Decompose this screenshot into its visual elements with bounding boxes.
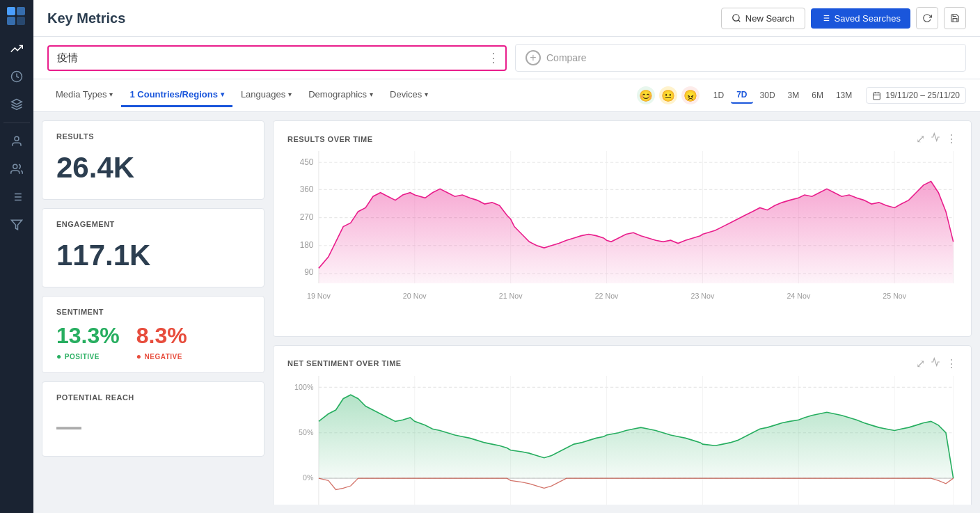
results-value: 26.4K	[56, 148, 250, 188]
positive-sentiment-filter[interactable]: 😊	[637, 86, 655, 104]
negative-sentiment-filter[interactable]: 😠	[681, 86, 700, 104]
time-7d[interactable]: 7D	[731, 87, 752, 104]
svg-text:180: 180	[300, 240, 314, 250]
svg-text:22 Nov: 22 Nov	[595, 292, 619, 300]
svg-marker-5	[12, 100, 22, 105]
header: Key Metrics New Search Saved Searc	[33, 0, 980, 37]
positive-label: ● POSITIVE	[56, 352, 120, 361]
chart-actions-sentiment: ⤢ ⋮	[916, 357, 957, 370]
save-icon	[950, 13, 960, 23]
expand-chart-icon[interactable]: ⤢	[916, 132, 925, 145]
left-column: RESULTS 26.4K ENGAGEMENT 117.1K SENTIMEN…	[42, 120, 264, 505]
main-content: Key Metrics New Search Saved Searc	[33, 0, 980, 513]
new-search-button[interactable]: New Search	[721, 8, 805, 29]
time-30d[interactable]: 30D	[754, 88, 781, 103]
filter-demographics[interactable]: Demographics ▾	[300, 84, 381, 107]
time-3m[interactable]: 3M	[782, 88, 805, 103]
neutral-sentiment-filter[interactable]: 😐	[659, 86, 677, 104]
right-column: RESULTS OVER TIME ⤢ ⋮	[273, 120, 972, 505]
compare-button[interactable]: + Compare	[515, 44, 966, 72]
sidebar-item-filter[interactable]	[4, 212, 29, 237]
time-13m[interactable]: 13M	[830, 88, 858, 103]
sentiment-chart-type-icon[interactable]	[931, 357, 940, 370]
positive-metric: 13.3% ● POSITIVE	[56, 323, 120, 361]
chart-header-sentiment: NET SENTIMENT OVER TIME ⤢ ⋮	[287, 357, 957, 370]
negative-metric: 8.3% ● NEGATIVE	[136, 323, 187, 361]
search-bar-area: ⋮ + Compare	[33, 37, 980, 79]
search-icon	[732, 13, 741, 23]
chart-header-results: RESULTS OVER TIME ⤢ ⋮	[287, 132, 957, 145]
svg-text:0%: 0%	[303, 473, 314, 482]
filter-devices[interactable]: Devices ▾	[381, 84, 436, 107]
page-title: Key Metrics	[47, 10, 125, 26]
filters-bar: Media Types ▾ 1 Countries/Regions ▾ Lang…	[33, 79, 980, 112]
refresh-icon	[922, 13, 932, 23]
sidebar-item-layers[interactable]	[4, 92, 29, 117]
filter-languages[interactable]: Languages ▾	[232, 84, 300, 107]
chevron-down-icon: ▾	[425, 90, 428, 98]
chart-actions-results: ⤢ ⋮	[916, 132, 957, 145]
svg-text:23 Nov: 23 Nov	[691, 292, 715, 300]
svg-text:25 Nov: 25 Nov	[883, 292, 906, 300]
results-chart-area: 450 360 270 180 90	[287, 151, 957, 325]
search-menu-icon[interactable]: ⋮	[482, 50, 505, 65]
net-sentiment-card: NET SENTIMENT OVER TIME ⤢ ⋮	[273, 345, 972, 505]
results-label: RESULTS	[56, 132, 250, 141]
date-range-picker[interactable]: 19/11/20 – 25/11/20	[866, 87, 966, 104]
sentiment-chart-menu-icon[interactable]: ⋮	[946, 357, 957, 370]
svg-text:270: 270	[300, 212, 314, 222]
filter-media-types[interactable]: Media Types ▾	[47, 84, 121, 107]
sentiment-chart-svg: 100% 50% 0% -50%	[287, 376, 957, 505]
svg-point-6	[15, 136, 19, 141]
refresh-button[interactable]	[916, 7, 938, 29]
svg-text:450: 450	[300, 157, 314, 166]
negative-label: ● NEGATIVE	[136, 352, 187, 361]
engagement-value: 117.1K	[56, 235, 250, 276]
expand-sentiment-icon[interactable]: ⤢	[916, 357, 925, 370]
svg-rect-3	[17, 17, 25, 25]
saved-searches-button[interactable]: Saved Searches	[811, 8, 910, 29]
svg-rect-23	[874, 93, 880, 100]
sidebar-item-person[interactable]	[4, 129, 29, 154]
sentiment-row: 13.3% ● POSITIVE 8.3% ● NEGATIVE	[56, 323, 250, 361]
time-1d[interactable]: 1D	[708, 88, 729, 103]
sidebar-item-trending[interactable]	[4, 36, 29, 61]
svg-point-15	[733, 15, 739, 21]
svg-text:360: 360	[300, 184, 314, 194]
positive-circle-icon: ●	[56, 352, 62, 361]
search-input[interactable]	[49, 47, 482, 70]
svg-text:100%: 100%	[294, 382, 314, 390]
svg-line-16	[738, 20, 740, 22]
chevron-down-icon: ▾	[109, 90, 113, 98]
engagement-card: ENGAGEMENT 117.1K	[42, 208, 264, 287]
sidebar-item-ranking[interactable]	[4, 184, 29, 210]
results-chart-svg: 450 360 270 180 90	[287, 151, 957, 325]
svg-marker-14	[12, 220, 22, 230]
sentiment-chart-area: 100% 50% 0% -50%	[287, 376, 957, 505]
engagement-label: ENGAGEMENT	[56, 220, 250, 228]
svg-text:24 Nov: 24 Nov	[787, 292, 810, 300]
chart-menu-icon[interactable]: ⋮	[946, 132, 957, 145]
results-chart-title: RESULTS OVER TIME	[287, 135, 373, 143]
filter-countries[interactable]: 1 Countries/Regions ▾	[121, 84, 232, 107]
sidebar-item-dashboard[interactable]	[4, 64, 29, 89]
list-icon	[821, 13, 830, 23]
sentiment-card: SENTIMENT 13.3% ● POSITIVE 8.3% ● NEGAT	[42, 296, 264, 373]
time-6m[interactable]: 6M	[806, 88, 829, 103]
svg-rect-2	[7, 17, 15, 25]
svg-text:21 Nov: 21 Nov	[499, 292, 523, 300]
save-button[interactable]	[944, 7, 966, 29]
sentiment-chart-title: NET SENTIMENT OVER TIME	[287, 359, 402, 368]
svg-rect-1	[17, 7, 25, 15]
header-actions: New Search Saved Searches	[721, 7, 966, 29]
svg-text:20 Nov: 20 Nov	[403, 292, 427, 300]
svg-point-7	[13, 164, 17, 168]
results-over-time-card: RESULTS OVER TIME ⤢ ⋮	[273, 120, 972, 337]
negative-circle-icon: ●	[136, 352, 142, 361]
svg-text:-50%: -50%	[296, 504, 313, 505]
sidebar-item-group[interactable]	[4, 157, 29, 182]
sidebar-divider	[3, 123, 30, 123]
chart-type-icon[interactable]	[931, 132, 940, 145]
svg-text:50%: 50%	[299, 428, 314, 436]
reach-label: POTENTIAL REACH	[56, 393, 250, 402]
